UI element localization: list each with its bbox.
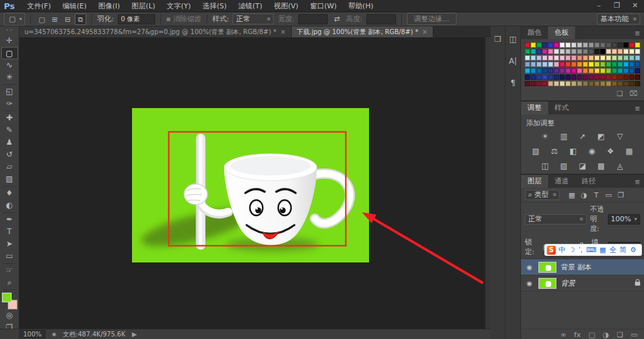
color-swatch[interactable] [577, 42, 582, 48]
adjustment-levels-icon[interactable]: ▥ [558, 131, 571, 142]
hand-tool[interactable]: ☞ [1, 264, 18, 277]
color-swatch[interactable] [618, 68, 623, 73]
color-swatch[interactable] [606, 62, 611, 67]
color-swatch[interactable] [554, 68, 559, 73]
color-swatch[interactable] [583, 55, 588, 60]
color-swatch[interactable] [623, 62, 629, 67]
color-swatch[interactable] [554, 55, 559, 60]
healing-brush-tool[interactable]: ✚ [1, 112, 18, 124]
color-swatch[interactable] [536, 49, 542, 54]
add-to-selection-button[interactable]: ⊞ [49, 14, 61, 25]
layer-visibility-eye-icon[interactable]: ◉ [525, 264, 534, 271]
color-swatch[interactable] [635, 55, 640, 60]
rectangle-tool[interactable]: ▭ [1, 250, 18, 262]
filter-adjustment-layers-icon[interactable]: ◑ [579, 191, 589, 199]
close-button[interactable]: ✕ [626, 1, 644, 12]
swatches-panel-menu-icon[interactable]: ≣ [635, 30, 644, 37]
color-swatch[interactable] [594, 75, 600, 80]
color-swatch[interactable] [589, 75, 594, 80]
layer-styles-icon[interactable]: fx [574, 331, 580, 339]
color-swatch[interactable] [612, 62, 617, 67]
color-swatch[interactable] [542, 42, 547, 48]
paragraph-panel-icon[interactable]: ¶ [506, 77, 520, 89]
color-swatch[interactable] [629, 62, 634, 67]
adjustment-black-white-icon[interactable]: ◧ [567, 146, 580, 157]
color-swatch[interactable] [618, 55, 623, 60]
color-swatch[interactable] [560, 49, 565, 54]
blend-mode-select[interactable]: 正常≑ [525, 214, 587, 224]
character-panel-icon[interactable]: A| [506, 55, 520, 68]
color-swatch[interactable] [531, 49, 536, 54]
color-swatch[interactable] [571, 75, 576, 80]
adjustment-threshold-icon[interactable]: ◪ [576, 161, 589, 172]
brush-tool[interactable]: ✎ [1, 124, 18, 136]
color-swatch[interactable] [531, 81, 536, 86]
canvas-workspace[interactable] [19, 37, 491, 329]
color-swatch[interactable] [554, 75, 559, 80]
color-swatch[interactable] [606, 49, 611, 54]
menu-window[interactable]: 窗口(W) [304, 0, 342, 12]
color-swatch[interactable] [548, 68, 553, 73]
color-swatch[interactable] [542, 55, 547, 60]
color-swatch[interactable] [560, 42, 565, 48]
ime-fullwidth-icon[interactable]: 全 [609, 244, 616, 255]
color-swatch[interactable] [536, 62, 542, 67]
color-swatch[interactable] [531, 42, 536, 48]
color-swatch[interactable] [531, 75, 536, 80]
swatches-new-swatch-icon[interactable]: ❏ [616, 89, 623, 98]
color-swatch[interactable] [542, 62, 547, 67]
color-swatch[interactable] [589, 68, 594, 73]
color-swatch[interactable] [600, 55, 605, 60]
color-swatch[interactable] [536, 55, 542, 60]
layer-visibility-eye-icon[interactable]: ◉ [525, 280, 534, 287]
menu-file[interactable]: 文件(F) [21, 0, 57, 12]
color-swatch[interactable] [536, 42, 542, 48]
adjustment-curves-icon[interactable]: ➚ [576, 131, 589, 142]
clone-stamp-tool[interactable]: ♟ [1, 136, 18, 149]
status-menu-arrow[interactable]: ▶ [132, 331, 137, 338]
color-swatch[interactable] [612, 68, 617, 73]
color-swatch[interactable] [623, 75, 629, 80]
color-swatch[interactable] [635, 62, 640, 67]
zoom-level-field[interactable]: 100% [19, 330, 46, 338]
ime-symbol-picker-icon[interactable]: ▦ [600, 244, 606, 255]
feather-input[interactable] [118, 14, 155, 24]
adjustment-exposure-icon[interactable]: ◩ [595, 131, 608, 142]
color-swatch[interactable] [594, 62, 600, 67]
quick-mask-button[interactable]: ◎ [1, 309, 18, 322]
color-swatch[interactable] [606, 75, 611, 80]
vertical-scrollbar[interactable] [485, 37, 491, 329]
quick-selection-tool[interactable]: ✳ [1, 71, 18, 84]
color-swatch[interactable] [577, 49, 582, 54]
filter-pixel-layers-icon[interactable]: ▦ [567, 191, 576, 199]
color-swatch[interactable] [525, 68, 530, 73]
close-tab-icon[interactable]: × [280, 28, 285, 35]
color-swatch[interactable] [583, 81, 588, 86]
color-swatch[interactable] [525, 75, 530, 80]
color-swatch[interactable] [542, 49, 547, 54]
adjustment-brightness-contrast-icon[interactable]: ☀ [539, 131, 552, 142]
adjustment-gradient-map-icon[interactable]: ▩ [595, 161, 608, 172]
color-swatch[interactable] [600, 68, 605, 73]
layer-filter-kind-select[interactable]: ⌕ 类型 ≑ [525, 190, 560, 200]
color-swatch[interactable] [525, 62, 530, 67]
adjustment-color-balance-icon[interactable]: ⚖ [548, 146, 561, 157]
color-swatch[interactable] [565, 75, 571, 80]
color-swatch[interactable] [594, 42, 600, 48]
tool-preset-picker[interactable]: ▢ ▾ [4, 13, 25, 26]
document-tab-1[interactable]: u=3457063756,2495833778&fm=27&gp=0.jpg @… [19, 26, 292, 37]
ime-chinese-mode-icon[interactable]: 中 [558, 244, 565, 255]
color-swatch[interactable] [560, 68, 565, 73]
color-swatch[interactable] [594, 81, 600, 86]
history-brush-tool[interactable]: ↺ [1, 149, 18, 161]
color-swatch[interactable] [583, 62, 588, 67]
swatches-delete-swatch-icon[interactable]: ⌧ [629, 89, 638, 98]
move-tool[interactable]: ✛ [1, 35, 18, 47]
adjustment-color-lookup-icon[interactable]: ▦ [623, 146, 636, 157]
adjustment-vibrance-icon[interactable]: ▽ [614, 131, 627, 142]
ime-soft-keyboard-icon[interactable]: ⌨ [586, 244, 596, 255]
crop-tool[interactable]: ◱ [1, 86, 18, 98]
adjustment-photo-filter-icon[interactable]: ◉ [585, 146, 598, 157]
color-swatch[interactable] [565, 68, 571, 73]
color-swatch[interactable] [606, 81, 611, 86]
